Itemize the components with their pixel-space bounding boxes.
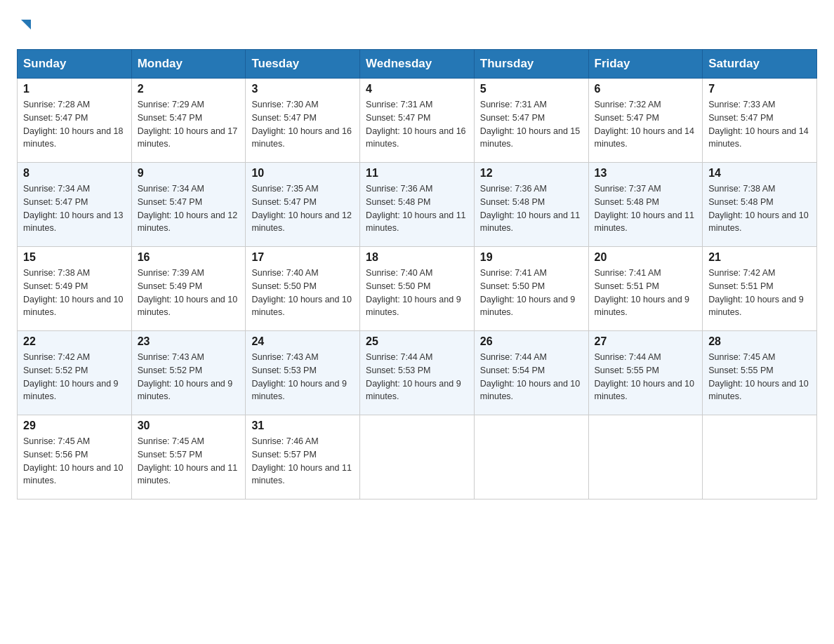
day-number: 27 [595, 335, 697, 348]
calendar-cell: 31 Sunrise: 7:46 AM Sunset: 5:57 PM Dayl… [246, 415, 360, 499]
calendar-header-sunday: Sunday [18, 50, 132, 79]
day-number: 28 [708, 335, 811, 348]
day-info: Sunrise: 7:34 AM Sunset: 5:47 PM Dayligh… [138, 182, 240, 235]
calendar-cell: 3 Sunrise: 7:30 AM Sunset: 5:47 PM Dayli… [246, 79, 360, 163]
calendar-cell: 20 Sunrise: 7:41 AM Sunset: 5:51 PM Dayl… [588, 247, 703, 331]
calendar-cell [703, 415, 817, 499]
day-info: Sunrise: 7:36 AM Sunset: 5:48 PM Dayligh… [480, 182, 583, 235]
calendar-cell: 5 Sunrise: 7:31 AM Sunset: 5:47 PM Dayli… [474, 79, 588, 163]
day-number: 6 [595, 83, 697, 95]
day-number: 3 [251, 83, 354, 95]
day-info: Sunrise: 7:45 AM Sunset: 5:55 PM Dayligh… [708, 351, 811, 403]
day-number: 8 [23, 167, 126, 180]
calendar-header-tuesday: Tuesday [246, 50, 360, 79]
calendar-header-thursday: Thursday [474, 50, 588, 79]
logo [17, 17, 34, 35]
svg-marker-0 [21, 20, 31, 29]
calendar-cell: 4 Sunrise: 7:31 AM Sunset: 5:47 PM Dayli… [360, 79, 475, 163]
day-number: 1 [23, 83, 126, 95]
day-info: Sunrise: 7:43 AM Sunset: 5:52 PM Dayligh… [138, 351, 240, 403]
calendar-header-monday: Monday [131, 50, 246, 79]
day-info: Sunrise: 7:32 AM Sunset: 5:47 PM Dayligh… [595, 98, 697, 151]
calendar-cell [474, 415, 588, 499]
day-info: Sunrise: 7:41 AM Sunset: 5:51 PM Dayligh… [595, 267, 697, 319]
day-number: 22 [23, 335, 126, 348]
day-info: Sunrise: 7:42 AM Sunset: 5:52 PM Dayligh… [23, 351, 126, 403]
day-info: Sunrise: 7:42 AM Sunset: 5:51 PM Dayligh… [708, 267, 811, 319]
calendar-cell: 11 Sunrise: 7:36 AM Sunset: 5:48 PM Dayl… [360, 163, 475, 247]
day-info: Sunrise: 7:35 AM Sunset: 5:47 PM Dayligh… [251, 182, 354, 235]
calendar-cell: 29 Sunrise: 7:45 AM Sunset: 5:56 PM Dayl… [18, 415, 132, 499]
day-info: Sunrise: 7:38 AM Sunset: 5:49 PM Dayligh… [23, 267, 126, 319]
calendar-cell: 2 Sunrise: 7:29 AM Sunset: 5:47 PM Dayli… [131, 79, 246, 163]
calendar-cell: 12 Sunrise: 7:36 AM Sunset: 5:48 PM Dayl… [474, 163, 588, 247]
day-number: 4 [366, 83, 468, 95]
calendar-cell: 1 Sunrise: 7:28 AM Sunset: 5:47 PM Dayli… [18, 79, 132, 163]
day-info: Sunrise: 7:31 AM Sunset: 5:47 PM Dayligh… [366, 98, 468, 151]
day-number: 20 [595, 251, 697, 264]
day-number: 29 [23, 420, 126, 432]
logo-arrow-icon [18, 17, 34, 35]
calendar-cell: 18 Sunrise: 7:40 AM Sunset: 5:50 PM Dayl… [360, 247, 475, 331]
calendar-week-row: 1 Sunrise: 7:28 AM Sunset: 5:47 PM Dayli… [18, 79, 817, 163]
calendar-cell: 10 Sunrise: 7:35 AM Sunset: 5:47 PM Dayl… [246, 163, 360, 247]
day-info: Sunrise: 7:41 AM Sunset: 5:50 PM Dayligh… [480, 267, 583, 319]
calendar-cell: 24 Sunrise: 7:43 AM Sunset: 5:53 PM Dayl… [246, 331, 360, 415]
calendar-cell: 30 Sunrise: 7:45 AM Sunset: 5:57 PM Dayl… [131, 415, 246, 499]
day-info: Sunrise: 7:37 AM Sunset: 5:48 PM Dayligh… [595, 182, 697, 235]
calendar-cell: 28 Sunrise: 7:45 AM Sunset: 5:55 PM Dayl… [703, 331, 817, 415]
day-info: Sunrise: 7:33 AM Sunset: 5:47 PM Dayligh… [708, 98, 811, 151]
day-number: 18 [366, 251, 468, 264]
day-number: 24 [251, 335, 354, 348]
day-info: Sunrise: 7:46 AM Sunset: 5:57 PM Dayligh… [251, 435, 354, 488]
day-info: Sunrise: 7:44 AM Sunset: 5:53 PM Dayligh… [366, 351, 468, 403]
day-info: Sunrise: 7:30 AM Sunset: 5:47 PM Dayligh… [251, 98, 354, 151]
day-info: Sunrise: 7:40 AM Sunset: 5:50 PM Dayligh… [251, 267, 354, 319]
day-number: 30 [138, 420, 240, 432]
calendar-header-saturday: Saturday [703, 50, 817, 79]
day-number: 10 [251, 167, 354, 180]
day-info: Sunrise: 7:34 AM Sunset: 5:47 PM Dayligh… [23, 182, 126, 235]
day-number: 5 [480, 83, 583, 95]
calendar-week-row: 8 Sunrise: 7:34 AM Sunset: 5:47 PM Dayli… [18, 163, 817, 247]
calendar-cell [360, 415, 475, 499]
calendar-header-row: SundayMondayTuesdayWednesdayThursdayFrid… [18, 50, 817, 79]
day-number: 15 [23, 251, 126, 264]
calendar-cell: 23 Sunrise: 7:43 AM Sunset: 5:52 PM Dayl… [131, 331, 246, 415]
day-number: 7 [708, 83, 811, 95]
calendar-cell: 7 Sunrise: 7:33 AM Sunset: 5:47 PM Dayli… [703, 79, 817, 163]
day-number: 11 [366, 167, 468, 180]
day-info: Sunrise: 7:45 AM Sunset: 5:56 PM Dayligh… [23, 435, 126, 488]
calendar-cell: 25 Sunrise: 7:44 AM Sunset: 5:53 PM Dayl… [360, 331, 475, 415]
day-number: 25 [366, 335, 468, 348]
calendar-table: SundayMondayTuesdayWednesdayThursdayFrid… [17, 49, 817, 499]
calendar-header-wednesday: Wednesday [360, 50, 475, 79]
day-number: 16 [138, 251, 240, 264]
day-info: Sunrise: 7:38 AM Sunset: 5:48 PM Dayligh… [708, 182, 811, 235]
day-number: 12 [480, 167, 583, 180]
day-number: 13 [595, 167, 697, 180]
day-number: 14 [708, 167, 811, 180]
day-info: Sunrise: 7:40 AM Sunset: 5:50 PM Dayligh… [366, 267, 468, 319]
day-number: 31 [251, 420, 354, 432]
day-info: Sunrise: 7:28 AM Sunset: 5:47 PM Dayligh… [23, 98, 126, 151]
calendar-cell: 9 Sunrise: 7:34 AM Sunset: 5:47 PM Dayli… [131, 163, 246, 247]
calendar-cell: 16 Sunrise: 7:39 AM Sunset: 5:49 PM Dayl… [131, 247, 246, 331]
calendar-cell: 26 Sunrise: 7:44 AM Sunset: 5:54 PM Dayl… [474, 331, 588, 415]
calendar-cell: 22 Sunrise: 7:42 AM Sunset: 5:52 PM Dayl… [18, 331, 132, 415]
calendar-cell: 21 Sunrise: 7:42 AM Sunset: 5:51 PM Dayl… [703, 247, 817, 331]
day-number: 26 [480, 335, 583, 348]
day-info: Sunrise: 7:31 AM Sunset: 5:47 PM Dayligh… [480, 98, 583, 151]
calendar-week-row: 22 Sunrise: 7:42 AM Sunset: 5:52 PM Dayl… [18, 331, 817, 415]
day-number: 23 [138, 335, 240, 348]
day-info: Sunrise: 7:29 AM Sunset: 5:47 PM Dayligh… [138, 98, 240, 151]
calendar-header-friday: Friday [588, 50, 703, 79]
page-header [17, 17, 817, 35]
day-info: Sunrise: 7:44 AM Sunset: 5:54 PM Dayligh… [480, 351, 583, 403]
calendar-cell: 6 Sunrise: 7:32 AM Sunset: 5:47 PM Dayli… [588, 79, 703, 163]
day-number: 2 [138, 83, 240, 95]
calendar-cell: 14 Sunrise: 7:38 AM Sunset: 5:48 PM Dayl… [703, 163, 817, 247]
day-info: Sunrise: 7:44 AM Sunset: 5:55 PM Dayligh… [595, 351, 697, 403]
day-info: Sunrise: 7:39 AM Sunset: 5:49 PM Dayligh… [138, 267, 240, 319]
day-number: 9 [138, 167, 240, 180]
